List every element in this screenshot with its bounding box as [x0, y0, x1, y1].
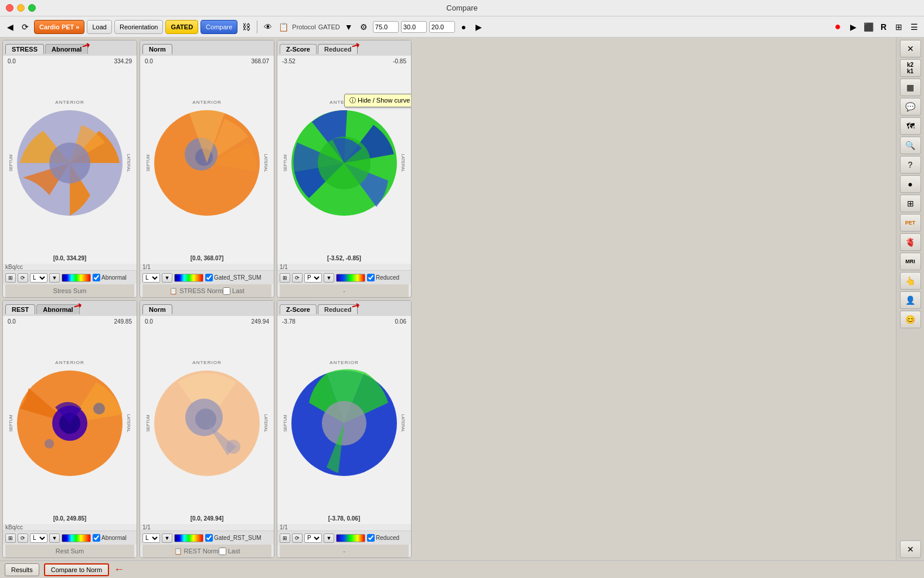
sidebar-face-icon[interactable]: 😊: [900, 311, 921, 328]
sidebar-layers-icon[interactable]: ▦: [900, 79, 921, 96]
tab-abnormal-2[interactable]: Abnormal ↗: [36, 304, 79, 314]
zscore1-checkbox[interactable]: [367, 274, 375, 281]
stress-checkbox[interactable]: [93, 274, 100, 281]
screen-icon[interactable]: ⬛: [862, 21, 875, 33]
load-button[interactable]: Load: [87, 20, 111, 34]
zscore1-polar-map[interactable]: ANTERIOR LATERAL SEPTUM: [280, 96, 409, 225]
stress-polar-map[interactable]: ANTERIOR LATERAL SEPTUM: [5, 96, 134, 225]
stress-ctrl-dropdown[interactable]: LR: [30, 273, 47, 283]
tab-abnormal-1[interactable]: Abnormal ↗: [45, 44, 88, 54]
menu-icon[interactable]: ☰: [908, 21, 920, 33]
norm1-ctrl-dropdown[interactable]: LR: [142, 273, 160, 283]
sidebar-chat-icon[interactable]: 💬: [900, 98, 921, 115]
norm1-ctrl-arrow[interactable]: ▼: [162, 273, 172, 283]
rest-polar-map[interactable]: ANTERIOR LATERAL SEPTUM: [5, 356, 134, 485]
tab-stress[interactable]: STRESS: [5, 44, 44, 54]
r-icon[interactable]: R: [877, 21, 890, 33]
tab-rest[interactable]: REST: [5, 304, 35, 314]
panel-zscore-2-content: -3.78 0.06 ANTERIOR LATERAL SEPTUM: [277, 316, 411, 524]
norm1-last-checkbox[interactable]: [223, 287, 230, 295]
refresh-icon[interactable]: ⟳: [19, 21, 32, 33]
norm2-ctrl-dropdown[interactable]: LR: [142, 533, 160, 543]
svg-text:SEPTUM: SEPTUM: [9, 154, 13, 171]
gated-button[interactable]: GATED: [165, 20, 198, 34]
grid-icon[interactable]: ⊞: [892, 21, 905, 33]
stress-ctrl-arrow[interactable]: ▼: [49, 273, 60, 283]
zscore2-ctrl-dropdown[interactable]: PQ: [304, 533, 322, 543]
results-button[interactable]: Results: [5, 563, 39, 576]
sidebar-search-icon[interactable]: 🔍: [900, 137, 921, 154]
record-icon[interactable]: ●: [831, 21, 844, 33]
stress-val-right: 334.29: [114, 58, 132, 64]
zscore1-ctrl-dropdown[interactable]: PQ: [304, 273, 322, 283]
toolbar: ◀ ⟳ Cardio PET » Load Reorientation GATE…: [0, 16, 924, 38]
tab-reduced-1[interactable]: Reduced ↗: [318, 44, 358, 54]
rest-ctrl-dropdown[interactable]: LR: [30, 533, 47, 543]
svg-text:SEPTUM: SEPTUM: [283, 154, 287, 171]
val2-input[interactable]: [401, 21, 427, 33]
zscore1-ctrl-view[interactable]: ⊞: [280, 273, 290, 283]
sidebar-help-icon[interactable]: ?: [900, 156, 921, 174]
arrow-right-icon[interactable]: ▶: [473, 21, 485, 33]
sidebar-bottom-close-icon[interactable]: ✕: [900, 540, 921, 558]
reorientation-button[interactable]: Reorientation: [114, 20, 163, 34]
protocol-icon[interactable]: 📋: [277, 21, 290, 33]
norm2-polar-map[interactable]: ANTERIOR LATERAL SEPTUM: [142, 356, 271, 485]
rest-colorbar: [62, 534, 91, 542]
dropdown-icon[interactable]: ▼: [342, 21, 355, 33]
minimize-button[interactable]: [17, 4, 25, 12]
tab-reduced-2[interactable]: Reduced ↗: [318, 304, 358, 314]
rest-ctrl-view[interactable]: ⊞: [5, 533, 16, 543]
zscore1-ctrl-arrow[interactable]: ▼: [324, 273, 334, 283]
sidebar-heart-icon[interactable]: 🫀: [900, 233, 921, 251]
zscore2-ctrl-view[interactable]: ⊞: [280, 533, 290, 543]
close-button[interactable]: [6, 4, 13, 12]
sidebar-user-icon[interactable]: 👤: [900, 291, 921, 309]
rest-ctrl-arrow[interactable]: ▼: [49, 533, 60, 543]
norm1-val-left: 0.0: [145, 58, 153, 64]
val3-input[interactable]: [429, 21, 455, 33]
compare-norm-button[interactable]: Compare to Norm: [44, 563, 109, 576]
link-icon[interactable]: ⛓: [240, 21, 253, 33]
norm2-val-left: 0.0: [145, 318, 153, 325]
tab-zscore-1[interactable]: Z-Score: [280, 44, 317, 54]
svg-text:LATERAL: LATERAL: [127, 414, 131, 432]
settings-icon[interactable]: ⚙: [358, 21, 371, 33]
tab-norm-2[interactable]: Norm: [142, 304, 172, 314]
zscore2-polar-map[interactable]: ANTERIOR LATERAL SEPTUM: [280, 356, 409, 485]
sidebar-k-icon[interactable]: k2k1: [900, 59, 921, 77]
maximize-button[interactable]: [28, 4, 36, 12]
sidebar-map-icon[interactable]: 🗺: [900, 117, 921, 135]
rest-ctrl-rotate[interactable]: ⟳: [18, 533, 28, 543]
sidebar-pet-icon[interactable]: PET: [900, 214, 921, 232]
zscore2-ctrl-arrow[interactable]: ▼: [324, 533, 334, 543]
sidebar-cursor-icon[interactable]: 👆: [900, 272, 921, 290]
info-icon[interactable]: ▶: [847, 21, 860, 33]
tab-norm-1[interactable]: Norm: [142, 44, 172, 54]
protocol-label: Protocol: [292, 23, 315, 30]
view-icon[interactable]: 👁: [261, 21, 274, 33]
cardio-pet-button[interactable]: Cardio PET »: [34, 20, 84, 34]
zscore1-ctrl-rotate[interactable]: ⟳: [292, 273, 303, 283]
norm2-checkbox[interactable]: [205, 534, 213, 542]
compare-button[interactable]: Compare: [201, 20, 237, 34]
norm1-checkbox[interactable]: [205, 274, 213, 281]
rest-val-right: 249.85: [114, 318, 132, 325]
norm1-polar-map[interactable]: ANTERIOR LATERAL SEPTUM: [142, 96, 271, 225]
stress-ctrl-rotate[interactable]: ⟳: [18, 273, 28, 283]
stress-footer-label: Stress Sum: [5, 284, 134, 297]
norm2-ctrl-arrow[interactable]: ▼: [162, 533, 172, 543]
rest-checkbox[interactable]: [93, 534, 100, 542]
sidebar-close-icon[interactable]: ✕: [900, 40, 921, 57]
circle-icon[interactable]: ●: [457, 21, 470, 33]
zscore2-ctrl-rotate[interactable]: ⟳: [292, 533, 303, 543]
val1-input[interactable]: [373, 21, 399, 33]
stress-ctrl-view[interactable]: ⊞: [5, 273, 16, 283]
zscore2-checkbox[interactable]: [367, 534, 375, 542]
tab-zscore-2[interactable]: Z-Score: [280, 304, 317, 314]
back-icon[interactable]: ◀: [4, 21, 16, 33]
norm2-last-checkbox[interactable]: [219, 548, 226, 555]
sidebar-mri-icon[interactable]: MRI: [900, 253, 921, 270]
sidebar-dot-icon[interactable]: ●: [900, 175, 921, 193]
sidebar-grid-icon[interactable]: ⊞: [900, 195, 921, 212]
